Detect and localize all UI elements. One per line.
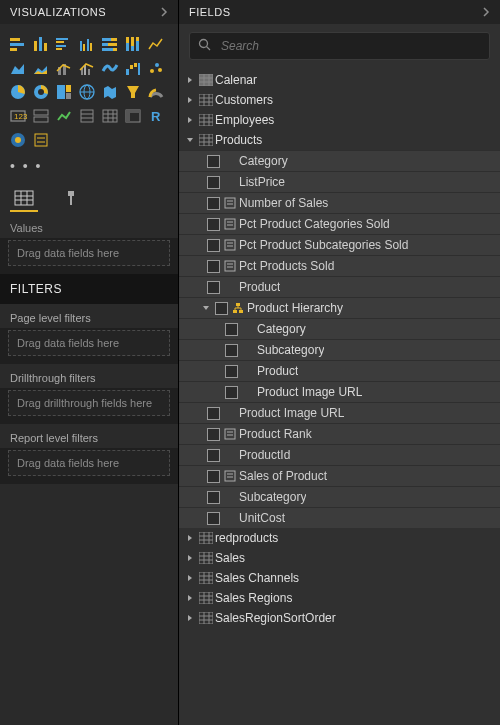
table-employees[interactable]: Employees: [179, 110, 500, 130]
table-calenar[interactable]: Calenar: [179, 70, 500, 90]
slicer-icon[interactable]: [77, 106, 97, 126]
table-customers[interactable]: Customers: [179, 90, 500, 110]
checkbox[interactable]: [205, 281, 221, 294]
pie-chart-icon[interactable]: [8, 82, 28, 102]
multirow-card-icon[interactable]: [31, 106, 51, 126]
checkbox[interactable]: [205, 512, 221, 525]
checkbox[interactable]: [205, 218, 221, 231]
checkbox[interactable]: [223, 365, 239, 378]
svg-rect-111: [239, 310, 243, 313]
table-products[interactable]: Products: [179, 130, 500, 150]
line-chart-icon[interactable]: [146, 34, 166, 54]
field-unitcost[interactable]: UnitCost: [179, 507, 500, 528]
search-input[interactable]: [219, 38, 481, 54]
stacked-column-icon[interactable]: [31, 34, 51, 54]
svg-rect-15: [111, 38, 117, 41]
svg-rect-142: [199, 612, 213, 624]
field-product[interactable]: Product: [179, 276, 500, 297]
checkbox[interactable]: [205, 260, 221, 273]
field-pct-categories[interactable]: Pct Product Categories Sold: [179, 213, 500, 234]
field-subcategory[interactable]: Subcategory: [179, 486, 500, 507]
ribbon-chart-icon[interactable]: [100, 58, 120, 78]
table-sales-regions[interactable]: Sales Regions: [179, 588, 500, 608]
hundred-stacked-column-icon[interactable]: [123, 34, 143, 54]
hierarchy-level-subcategory[interactable]: Subcategory: [179, 339, 500, 360]
hundred-stacked-bar-icon[interactable]: [100, 34, 120, 54]
matrix-icon[interactable]: [123, 106, 143, 126]
table-icon: [197, 94, 215, 106]
line-stacked-column-icon[interactable]: [54, 58, 74, 78]
table-salesregionsortorder[interactable]: SalesRegionSortOrder: [179, 608, 500, 628]
field-number-of-sales[interactable]: Number of Sales: [179, 192, 500, 213]
field-productid[interactable]: ProductId: [179, 444, 500, 465]
clustered-column-icon[interactable]: [77, 34, 97, 54]
table-sales[interactable]: Sales: [179, 548, 500, 568]
gauge-icon[interactable]: [146, 82, 166, 102]
funnel-icon[interactable]: [123, 82, 143, 102]
scatter-icon[interactable]: [146, 58, 166, 78]
clustered-bar-icon[interactable]: [54, 34, 74, 54]
fields-tab-icon[interactable]: [10, 186, 38, 212]
arcgis-icon[interactable]: [8, 130, 28, 150]
stacked-bar-icon[interactable]: [8, 34, 28, 54]
custom-visual-icon[interactable]: [31, 130, 51, 150]
page-filters-dropwell[interactable]: Drag data fields here: [8, 330, 170, 356]
field-pct-products[interactable]: Pct Products Sold: [179, 255, 500, 276]
checkbox[interactable]: [205, 197, 221, 210]
checkbox[interactable]: [205, 491, 221, 504]
fields-header[interactable]: FIELDS: [179, 0, 500, 24]
area-chart-icon[interactable]: [8, 58, 28, 78]
more-visuals-icon[interactable]: • • •: [0, 156, 178, 180]
table-label: SalesRegionSortOrder: [215, 611, 336, 625]
waterfall-icon[interactable]: [123, 58, 143, 78]
checkbox[interactable]: [205, 470, 221, 483]
checkbox[interactable]: [205, 176, 221, 189]
table-sales-channels[interactable]: Sales Channels: [179, 568, 500, 588]
field-label: Product: [239, 280, 280, 294]
checkbox[interactable]: [205, 449, 221, 462]
search-box[interactable]: [189, 32, 490, 60]
format-tab-icon[interactable]: [56, 186, 84, 210]
kpi-icon[interactable]: [54, 106, 74, 126]
report-filters-dropwell[interactable]: Drag data fields here: [8, 450, 170, 476]
table-visual-icon[interactable]: [100, 106, 120, 126]
line-clustered-column-icon[interactable]: [77, 58, 97, 78]
treemap-icon[interactable]: [54, 82, 74, 102]
hierarchy-level-product[interactable]: Product: [179, 360, 500, 381]
svg-rect-13: [90, 43, 92, 51]
svg-rect-51: [81, 110, 93, 122]
field-listprice[interactable]: ListPrice: [179, 171, 500, 192]
hierarchy-level-category[interactable]: Category: [179, 318, 500, 339]
field-sales-of-product[interactable]: Sales of Product: [179, 465, 500, 486]
checkbox[interactable]: [205, 239, 221, 252]
svg-rect-77: [199, 74, 213, 86]
stacked-area-icon[interactable]: [31, 58, 51, 78]
r-visual-icon[interactable]: R: [146, 106, 166, 126]
table-redproducts[interactable]: redproducts: [179, 528, 500, 548]
hierarchy-level-image-url[interactable]: Product Image URL: [179, 381, 500, 402]
checkbox[interactable]: [223, 323, 239, 336]
svg-rect-6: [56, 38, 68, 40]
table-label: Sales Channels: [215, 571, 299, 585]
checkbox[interactable]: [213, 302, 229, 315]
checkbox[interactable]: [223, 386, 239, 399]
field-category[interactable]: Category: [179, 150, 500, 171]
field-product-rank[interactable]: Product Rank: [179, 423, 500, 444]
drillthrough-filters-dropwell[interactable]: Drag drillthrough fields here: [8, 390, 170, 416]
checkbox[interactable]: [223, 344, 239, 357]
filled-map-icon[interactable]: [100, 82, 120, 102]
card-icon[interactable]: 123: [8, 106, 28, 126]
checkbox[interactable]: [205, 428, 221, 441]
field-pct-subcategories[interactable]: Pct Product Subcategories Sold: [179, 234, 500, 255]
svg-rect-68: [15, 191, 33, 205]
chevron-right-icon: [482, 7, 492, 17]
table-label: Employees: [215, 113, 274, 127]
checkbox[interactable]: [205, 155, 221, 168]
values-dropwell[interactable]: Drag data fields here: [8, 240, 170, 266]
donut-chart-icon[interactable]: [31, 82, 51, 102]
checkbox[interactable]: [205, 407, 221, 420]
visualizations-header[interactable]: VISUALIZATIONS: [0, 0, 178, 24]
field-product-hierarchy[interactable]: Product Hierarchy: [179, 297, 500, 318]
field-product-image-url[interactable]: Product Image URL: [179, 402, 500, 423]
map-icon[interactable]: [77, 82, 97, 102]
